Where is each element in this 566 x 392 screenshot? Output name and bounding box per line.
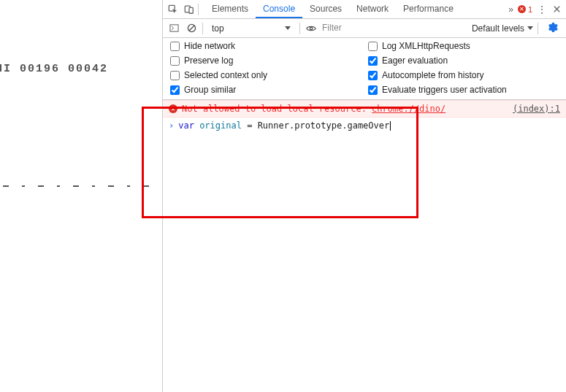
checkbox[interactable] bbox=[368, 56, 378, 66]
setting-selected-context[interactable]: Selected context only bbox=[170, 70, 361, 80]
tab-label: Sources bbox=[310, 4, 342, 14]
tab-label: Network bbox=[356, 4, 389, 14]
console-input-line[interactable]: › var original = Runner.prototype.gameOv… bbox=[163, 118, 566, 134]
setting-label: Log XMLHttpRequests bbox=[382, 41, 470, 51]
setting-label: Autocomplete from history bbox=[382, 70, 483, 80]
setting-label: Evaluate triggers user activation bbox=[382, 85, 507, 95]
tab-sources[interactable]: Sources bbox=[302, 0, 349, 18]
context-value: top bbox=[212, 23, 224, 34]
live-expression-icon[interactable] bbox=[305, 22, 318, 35]
tab-performance[interactable]: Performance bbox=[396, 0, 461, 18]
checkbox[interactable] bbox=[368, 85, 378, 95]
error-message: Not allowed to load local resource: chro… bbox=[182, 102, 445, 115]
setting-label: Selected context only bbox=[184, 70, 267, 80]
context-selector[interactable]: top bbox=[207, 23, 295, 34]
checkbox[interactable] bbox=[368, 71, 378, 80]
setting-preserve-log[interactable]: Preserve log bbox=[170, 55, 361, 66]
filter-field[interactable] bbox=[322, 21, 417, 35]
error-prefix: Not allowed to load local resource: bbox=[182, 104, 372, 114]
separator bbox=[202, 23, 203, 34]
tab-network[interactable]: Network bbox=[349, 0, 396, 18]
checkbox[interactable] bbox=[170, 85, 180, 95]
separator bbox=[538, 23, 538, 34]
checkbox[interactable] bbox=[170, 42, 180, 51]
setting-label: Group similar bbox=[184, 85, 236, 95]
svg-point-5 bbox=[310, 27, 313, 30]
inspect-icon[interactable] bbox=[166, 2, 180, 17]
checkbox[interactable] bbox=[368, 42, 378, 51]
setting-label: Eager evaluation bbox=[382, 55, 448, 66]
more-tabs-icon[interactable]: » bbox=[505, 4, 516, 15]
error-badge[interactable]: ✕ 1 bbox=[518, 5, 532, 14]
levels-label: Default levels bbox=[472, 23, 524, 34]
tab-label: Console bbox=[263, 4, 295, 14]
tab-label: Elements bbox=[212, 4, 248, 14]
chevron-down-icon bbox=[285, 26, 291, 30]
checkbox[interactable] bbox=[170, 71, 180, 80]
devtools-panel: Elements Console Sources Network Perform… bbox=[163, 0, 566, 392]
console-settings: Hide network Log XMLHttpRequests Preserv… bbox=[163, 38, 566, 100]
close-icon[interactable] bbox=[550, 5, 563, 13]
console-input-text[interactable]: var original = Runner.prototype.gameOver bbox=[178, 119, 391, 132]
filter-input[interactable] bbox=[322, 21, 417, 35]
log-levels-selector[interactable]: Default levels bbox=[472, 23, 533, 34]
separator bbox=[299, 23, 300, 34]
page-pane: HI 00196 00042 bbox=[0, 0, 163, 392]
clear-console-icon[interactable] bbox=[185, 22, 198, 35]
setting-hide-network[interactable]: Hide network bbox=[170, 41, 361, 51]
setting-log-xhr[interactable]: Log XMLHttpRequests bbox=[368, 41, 559, 51]
setting-group-similar[interactable]: Group similar bbox=[170, 85, 361, 95]
tab-label: Performance bbox=[403, 4, 454, 14]
tab-elements[interactable]: Elements bbox=[204, 0, 256, 18]
setting-evaluate-triggers[interactable]: Evaluate triggers user activation bbox=[368, 85, 559, 95]
console-output[interactable]: ✕ Not allowed to load local resource: ch… bbox=[163, 100, 566, 392]
error-source-link[interactable]: (index):1 bbox=[505, 102, 560, 115]
console-toolbar: top Default levels bbox=[163, 19, 566, 38]
prompt-icon: › bbox=[169, 119, 174, 132]
setting-autocomplete-history[interactable]: Autocomplete from history bbox=[368, 70, 559, 80]
text-cursor bbox=[390, 121, 391, 131]
separator bbox=[198, 4, 199, 15]
gear-icon[interactable] bbox=[547, 22, 562, 35]
error-count: 1 bbox=[528, 5, 532, 14]
svg-rect-2 bbox=[189, 7, 193, 13]
svg-rect-3 bbox=[169, 25, 177, 31]
console-error-line[interactable]: ✕ Not allowed to load local resource: ch… bbox=[163, 100, 566, 118]
chevron-down-icon bbox=[527, 26, 533, 30]
devtools-tabbar: Elements Console Sources Network Perform… bbox=[163, 0, 566, 19]
setting-label: Preserve log bbox=[184, 55, 233, 66]
error-icon: ✕ bbox=[169, 104, 177, 113]
device-toggle-icon[interactable] bbox=[182, 2, 196, 17]
kebab-menu-icon[interactable]: ⋮ bbox=[535, 4, 548, 15]
checkbox[interactable] bbox=[170, 56, 180, 66]
tabs-container: Elements Console Sources Network Perform… bbox=[204, 0, 461, 18]
error-resource-link[interactable]: chrome://dino/ bbox=[372, 104, 445, 114]
error-circle-icon: ✕ bbox=[518, 5, 526, 13]
setting-eager-eval[interactable]: Eager evaluation bbox=[368, 55, 559, 66]
game-score: HI 00196 00042 bbox=[0, 63, 108, 75]
game-ground bbox=[0, 185, 162, 187]
tab-console[interactable]: Console bbox=[256, 0, 302, 18]
sidebar-toggle-icon[interactable] bbox=[167, 22, 180, 35]
setting-label: Hide network bbox=[184, 41, 235, 51]
